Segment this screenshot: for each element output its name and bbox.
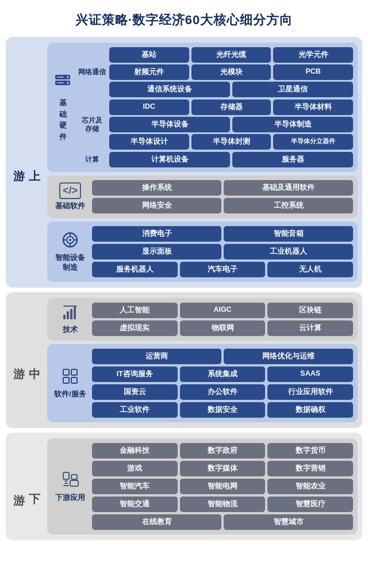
tag-auto-elec: 汽车电子 [180,262,266,277]
tag-sys-integration: 系统集成 [180,366,266,382]
chip-tags: IDC 存储器 半导体材料 半导体设备 半导体制造 半导体设计 [109,100,353,150]
app-block: 下游应用 金融科技 数字政府 数字货币 游戏 数字媒体 数字营销 [47,438,358,534]
midstream-content: 技术 人工智能 AIGC 区块链 虚拟现实 物联网 云计算 [47,298,358,422]
hardware-icon [53,72,72,95]
chip-row: 芯片及存储 IDC 存储器 半导体材料 半导体设备 半导体制造 [77,100,353,150]
svg-rect-17 [63,306,77,307]
network-row-1: 基站 光纤光缆 光学元件 [109,47,353,63]
svg-rect-22 [63,472,69,479]
tag-base-station: 基站 [109,47,189,63]
svg-rect-16 [74,307,76,319]
app-text: 下游应用 [55,493,85,503]
tag-data-confirm: 数据确权 [267,402,353,418]
tag-optics: 光学元件 [273,47,353,63]
tag-network-security: 网络安全 [92,198,221,213]
compute-tags: 计算机设备 服务器 [109,152,353,167]
tag-digital-media: 数字媒体 [180,461,266,476]
tag-satellite: 卫星通信 [232,82,353,97]
tag-office-sw: 办公软件 [180,384,266,400]
sw-service-row-3: 国资云 办公软件 行业应用软件 [92,384,353,400]
tag-storage: 存储器 [191,100,271,115]
chip-row-1: IDC 存储器 半导体材料 [109,100,353,115]
svg-point-8 [69,239,71,241]
svg-rect-20 [63,377,69,383]
software-block: </> 基础软件 操作系统 基础及通用软件 网络安全 工控系统 [47,175,358,218]
chip-label: 芯片及存储 [77,100,107,150]
section-midstream: 中游 技术 [6,292,362,428]
software-row-1: 操作系统 基础及通用软件 [92,180,353,196]
svg-rect-19 [71,369,77,375]
tag-smart-medical: 智慧医疗 [267,497,353,512]
tag-cloud: 云计算 [267,320,353,336]
tech-label: 技术 [52,304,89,335]
compute-label: 计算 [77,152,107,167]
tag-industrial-sw: 工业软件 [92,402,178,418]
tag-blockchain: 区块链 [267,303,353,318]
sw-service-row-4: 工业软件 数据安全 数据确权 [92,402,353,418]
tag-digital-gov: 数字政府 [180,443,266,459]
hardware-label: 基础硬件 [52,47,74,167]
app-icon [61,470,79,491]
section-upstream: 上游 [6,37,362,288]
tag-display: 显示面板 [92,244,221,259]
network-row-2: 射频元件 光模块 PCB [109,64,353,80]
app-row-2: 游戏 数字媒体 数字营销 [92,461,353,476]
tag-industrial-robot: 工业机器人 [224,244,353,259]
tag-online-edu: 在线教育 [92,514,221,530]
software-label: </> 基础软件 [52,182,89,211]
tag-optical-module: 光模块 [191,64,271,80]
sw-service-text: 软件/服务 [54,390,86,399]
svg-rect-23 [64,480,68,482]
tech-block: 技术 人工智能 AIGC 区块链 虚拟现实 物联网 云计算 [47,298,358,341]
software-text: 基础软件 [55,201,85,211]
smart-device-icon [62,231,79,251]
tag-semi-equip: 半导体设备 [109,117,230,132]
tech-text: 技术 [63,325,78,335]
sections: 上游 [6,37,362,540]
smart-device-text: 智能设备制造 [55,253,85,273]
tag-operator: 运营商 [92,349,221,364]
tech-icon [62,304,78,323]
svg-point-3 [67,82,69,84]
svg-rect-4 [57,77,64,78]
compute-row-1: 计算机设备 服务器 [109,152,353,167]
tag-semi-package: 半导体封测 [191,134,271,150]
chip-row-2: 半导体设备 半导体制造 [109,117,353,132]
tech-row-2: 虚拟现实 物联网 云计算 [92,320,353,336]
tag-digital-currency: 数字货币 [267,443,353,459]
compute-row: 计算 计算机设备 服务器 [77,152,353,167]
sw-service-tags: 运营商 网络优化与运维 IT咨询服务 系统集成 SAAS 国资云 办公软件 行业… [92,349,353,418]
smart-device-label: 智能设备制造 [52,231,89,273]
downstream-content: 下游应用 金融科技 数字政府 数字货币 游戏 数字媒体 数字营销 [47,438,358,534]
svg-rect-15 [70,309,72,319]
app-row-1: 金融科技 数字政府 数字货币 [92,443,353,459]
app-row-5: 在线教育 智慧城市 [92,514,353,530]
svg-rect-5 [57,82,64,83]
tag-drone: 无人机 [267,262,353,277]
tag-comm-system: 通信系统设备 [109,82,230,97]
tag-iot: 物联网 [180,320,266,336]
sw-service-row-2: IT咨询服务 系统集成 SAAS [92,366,353,382]
tag-semi-mfg: 半导体制造 [232,117,353,132]
tag-smart-logistics: 智能物流 [180,497,266,512]
tag-semi-design: 半导体设计 [109,134,189,150]
tag-server: 服务器 [232,152,353,167]
tag-industry-app: 行业应用软件 [267,384,353,400]
sw-service-icon [62,368,79,387]
svg-rect-13 [63,315,66,319]
smart-device-row-2: 显示面板 工业机器人 [92,244,353,259]
svg-rect-14 [67,311,69,319]
software-tags: 操作系统 基础及通用软件 网络安全 工控系统 [92,180,353,213]
smart-device-row-3: 服务机器人 汽车电子 无人机 [92,262,353,277]
tag-computer: 计算机设备 [109,152,230,167]
tag-smart-traffic: 智能交通 [92,497,178,512]
tag-idc: IDC [109,100,189,115]
sw-service-block: 软件/服务 运营商 网络优化与运维 IT咨询服务 系统集成 SAAS [47,344,358,422]
network-tags: 基站 光纤光缆 光学元件 射频元件 光模块 PCB [109,47,353,97]
tag-industrial-ctrl: 工控系统 [224,198,353,213]
network-label: 网络通信 [77,47,107,97]
app-label: 下游应用 [52,470,89,503]
tag-smart-grid: 智能电网 [180,479,266,494]
tag-aigc: AIGC [180,303,266,318]
smart-device-block: 智能设备制造 消费电子 智能音箱 显示面板 工业机器人 服务机器人 [47,222,358,282]
